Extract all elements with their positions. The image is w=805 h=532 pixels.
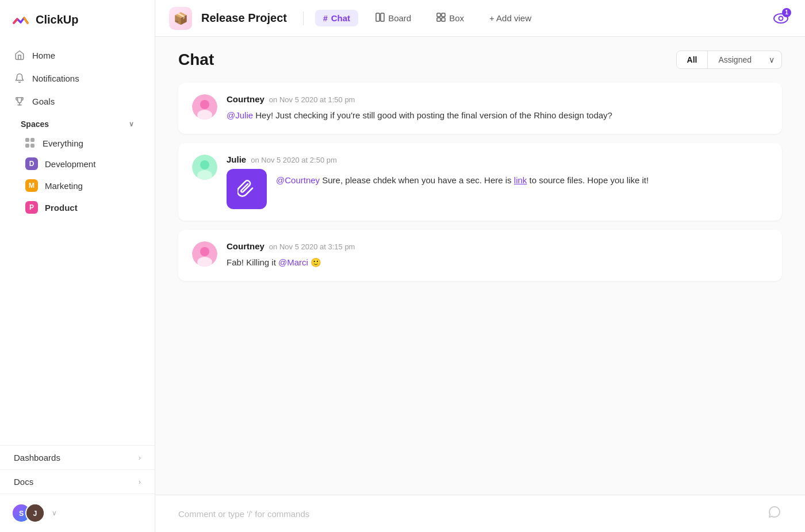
message-2: Julie on Nov 5 2020 at 2:50 pm @Courtney… — [178, 143, 782, 221]
tab-box-label: Box — [449, 13, 464, 23]
dashboards-chevron-icon: › — [139, 453, 141, 462]
box-tab-icon — [436, 13, 446, 24]
logo: ClickUp — [0, 0, 155, 39]
filter-dropdown-button[interactable]: ∨ — [762, 51, 781, 68]
add-view-button[interactable]: + Add view — [481, 10, 539, 26]
comment-placeholder[interactable]: Comment or type '/' for commands — [178, 509, 767, 519]
message-2-content-1: Sure, please chdek when you have a sec. … — [322, 175, 514, 185]
tab-box[interactable]: Box — [428, 9, 472, 27]
message-2-author: Julie — [227, 155, 246, 164]
courtney-avatar-2-icon — [192, 241, 217, 267]
spaces-label: Spaces — [21, 119, 49, 129]
comment-icon — [767, 504, 782, 523]
message-2-avatar — [192, 155, 217, 180]
sidebar-footer: S J ∨ — [0, 494, 155, 532]
spaces-chevron-icon[interactable]: ∨ — [129, 120, 134, 128]
mention-courtney: @Courtney — [276, 175, 320, 185]
development-badge: D — [25, 157, 38, 170]
filter-group: All Assigned ∨ — [676, 51, 782, 69]
project-title: Release Project — [201, 11, 287, 25]
sidebar-item-notifications[interactable]: Notifications — [7, 67, 148, 90]
message-2-body: Julie on Nov 5 2020 at 2:50 pm @Courtney… — [227, 155, 768, 209]
courtney-avatar-icon — [192, 94, 217, 119]
marketing-badge-letter: M — [29, 182, 34, 190]
tab-chat[interactable]: # Chat — [315, 10, 358, 26]
message-3-text: Fab! Killing it @Marci 🙂 — [227, 256, 768, 269]
message-1-avatar — [192, 94, 217, 119]
chat-tab-hash-icon: # — [323, 14, 328, 23]
sidebar: ClickUp Home Notifications Goals Spaces … — [0, 0, 155, 532]
sidebar-item-goals[interactable]: Goals — [7, 90, 148, 113]
board-tab-icon — [375, 13, 385, 24]
sidebar-item-marketing[interactable]: M Marketing — [12, 175, 143, 196]
sidebar-item-docs[interactable]: Docs › — [0, 469, 155, 494]
message-1-content: Hey! Just checking if you're still good … — [255, 110, 612, 120]
sidebar-item-product-label: Product — [45, 203, 78, 213]
svg-point-12 — [779, 16, 783, 20]
message-3-meta: Courtney on Nov 5 2020 at 3:15 pm — [227, 241, 768, 251]
filter-all-button[interactable]: All — [677, 51, 708, 68]
message-1-text: @Julie Hey! Just checking if you're stil… — [227, 109, 768, 122]
comment-bar: Comment or type '/' for commands — [155, 495, 805, 532]
sidebar-item-notifications-label: Notifications — [32, 74, 79, 83]
sidebar-item-development[interactable]: D Development — [12, 153, 143, 175]
add-view-label: + Add view — [489, 13, 531, 23]
svg-point-20 — [200, 247, 209, 256]
avatar-user2[interactable]: J — [25, 503, 45, 523]
svg-rect-8 — [442, 13, 445, 17]
sidebar-item-home[interactable]: Home — [7, 44, 148, 67]
sidebar-item-home-label: Home — [32, 51, 55, 60]
watch-badge: 1 — [782, 8, 791, 17]
message-1-meta: Courtney on Nov 5 2020 at 1:50 pm — [227, 94, 768, 104]
sidebar-navigation: Home Notifications Goals Spaces ∨ Everyt… — [0, 39, 155, 445]
home-icon — [14, 49, 25, 61]
svg-text:S: S — [19, 510, 24, 518]
paperclip-icon — [237, 180, 256, 198]
tab-board[interactable]: Board — [367, 9, 419, 27]
message-3-avatar — [192, 241, 217, 267]
source-files-link[interactable]: link — [514, 175, 527, 185]
marketing-badge: M — [25, 179, 38, 192]
sidebar-item-product[interactable]: P Product — [12, 196, 143, 218]
mention-julie: @Julie — [227, 110, 253, 120]
julie-avatar-icon — [192, 155, 217, 180]
svg-rect-10 — [442, 18, 445, 21]
filter-assigned-button[interactable]: Assigned — [708, 51, 762, 68]
sidebar-item-everything[interactable]: Everything — [12, 133, 143, 153]
svg-rect-5 — [376, 13, 379, 21]
sidebar-item-development-label: Development — [45, 159, 95, 169]
chat-header-controls: All Assigned ∨ — [676, 51, 782, 69]
product-badge: P — [25, 201, 38, 214]
sidebar-item-dashboards[interactable]: Dashboards › — [0, 445, 155, 469]
bell-icon — [14, 72, 25, 84]
message-1: Courtney on Nov 5 2020 at 1:50 pm @Julie… — [178, 83, 782, 134]
message-1-author: Courtney — [227, 94, 264, 104]
filter-chevron-icon: ∨ — [769, 55, 775, 64]
dashboards-label: Dashboards — [14, 453, 60, 462]
message-3-time: on Nov 5 2020 at 3:15 pm — [269, 242, 355, 251]
svg-point-14 — [200, 100, 209, 109]
user-switcher-chevron-icon[interactable]: ∨ — [52, 509, 57, 517]
svg-point-17 — [200, 160, 209, 169]
message-2-time: on Nov 5 2020 at 2:50 pm — [251, 156, 337, 164]
message-3-content-1: Fab! Killing it — [227, 257, 278, 267]
message-2-content-2: to source files. Hope you like it! — [529, 175, 649, 185]
attachment-icon — [227, 169, 267, 209]
watch-button[interactable]: 1 — [770, 8, 791, 29]
message-3: Courtney on Nov 5 2020 at 3:15 pm Fab! K… — [178, 230, 782, 281]
message-1-time: on Nov 5 2020 at 1:50 pm — [269, 95, 355, 104]
app-name: ClickUp — [36, 13, 78, 26]
trophy-icon — [14, 95, 25, 107]
product-badge-letter: P — [29, 203, 34, 211]
sidebar-item-marketing-label: Marketing — [45, 181, 83, 191]
sidebar-item-goals-label: Goals — [32, 97, 55, 106]
svg-rect-6 — [381, 13, 384, 21]
svg-text:J: J — [33, 510, 37, 518]
message-3-author: Courtney — [227, 241, 264, 251]
everything-icon — [25, 138, 36, 148]
message-2-attachment-block: @Courtney Sure, please chdek when you ha… — [227, 169, 768, 209]
clickup-logo-icon — [12, 10, 30, 29]
message-2-meta: Julie on Nov 5 2020 at 2:50 pm — [227, 155, 768, 164]
chat-area: Chat All Assigned ∨ — [155, 37, 805, 495]
mention-marci: @Marci — [278, 257, 308, 267]
